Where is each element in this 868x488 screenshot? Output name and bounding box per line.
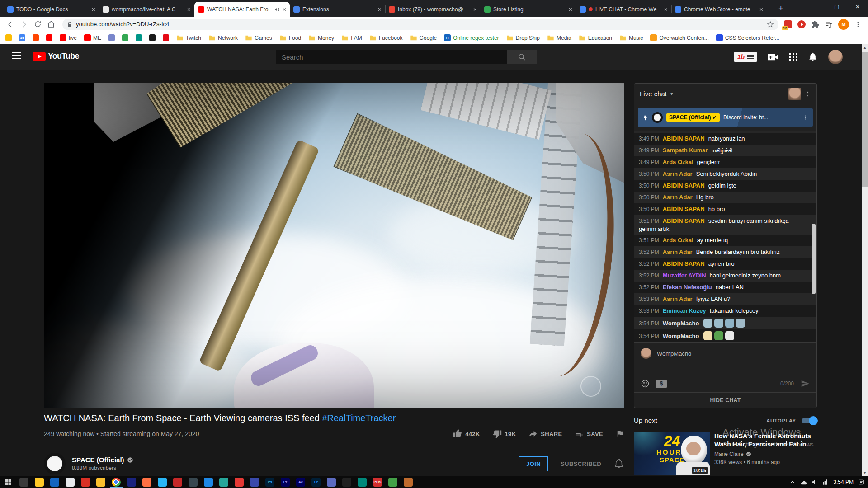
tab-close-icon[interactable]: × [378, 6, 382, 13]
apps-grid-icon[interactable] [789, 53, 797, 61]
message-author[interactable]: Asrın Adar [663, 296, 693, 302]
bookmark-item[interactable] [136, 35, 142, 41]
browser-tab[interactable]: Extensions × [290, 2, 385, 17]
tab-close-icon[interactable]: × [569, 6, 572, 13]
chat-title[interactable]: Live chat [640, 90, 667, 98]
bookmark-item[interactable]: Games [245, 35, 272, 41]
address-bar[interactable]: youtube.com/watch?v=DDU-rZs-Ic4 [62, 19, 778, 30]
window-minimize-button[interactable]: – [806, 0, 826, 14]
message-author[interactable]: Sampath Kumar [663, 147, 708, 154]
chat-message[interactable]: 3:50 PMAsrın AdarHg bro [634, 192, 816, 203]
chat-message[interactable]: 3:52 PMAsrın AdarBende buralardayım bro … [634, 246, 816, 258]
bookmark-item[interactable]: Twitch [176, 35, 201, 41]
taskbar-app-icon[interactable] [112, 478, 121, 487]
taskbar-app-icon[interactable] [204, 478, 213, 487]
taskbar-app-icon[interactable]: Lr [311, 478, 321, 487]
report-button[interactable] [616, 430, 624, 438]
network-icon[interactable] [822, 479, 829, 485]
browser-tab[interactable]: Inbox (79) - wompmacho@ × [385, 2, 481, 17]
new-tab-button[interactable]: + [778, 4, 783, 13]
browser-tab[interactable]: TODO - Google Docs × [4, 2, 99, 17]
taskbar-app-icon[interactable]: Pr [281, 478, 290, 487]
message-author[interactable]: Arda Ozkal [663, 159, 693, 165]
taskbar-app-icon[interactable] [327, 478, 336, 487]
bookmark-item[interactable]: Media [547, 35, 571, 41]
scrollbar-thumb[interactable] [862, 52, 868, 187]
menu-hamburger-icon[interactable] [12, 52, 21, 59]
chat-message[interactable]: 3:49 PMABİDİN SAPANnabıyonuz lan [634, 133, 816, 145]
chat-menu-icon[interactable] [805, 91, 811, 97]
chat-message[interactable]: 3:49 PMSampath Kumarமகிழ்ச்சி [634, 145, 816, 156]
bookmark-item[interactable] [149, 35, 156, 41]
message-author[interactable]: Asrın Adar [663, 170, 693, 177]
video-player[interactable] [44, 83, 624, 408]
channel-name[interactable]: SPACE (Official) [72, 456, 124, 464]
upnext-thumbnail[interactable]: 24 HOURS SPACE 10:05 [634, 432, 710, 475]
channel-bell-icon[interactable] [614, 459, 624, 469]
like-button[interactable]: 442K [453, 429, 480, 438]
taskbar-app-icon[interactable] [66, 478, 75, 487]
scroll-up-icon[interactable]: ▲ [862, 44, 868, 51]
chat-message[interactable]: 3:52 PMMuzaffer AYDINhani gelmediniz zey… [634, 270, 816, 282]
message-author[interactable]: ABİDİN SAPAN [663, 182, 705, 189]
extensions-puzzle-icon[interactable] [811, 20, 819, 28]
taskbar-app-icon[interactable] [173, 478, 182, 487]
bookmark-item[interactable] [163, 35, 169, 41]
search-button[interactable] [507, 50, 537, 64]
playlist-extension-icon[interactable] [825, 20, 833, 28]
send-icon[interactable] [800, 379, 810, 389]
browser-tab[interactable]: Chrome Web Store - emote × [671, 2, 767, 17]
chat-message[interactable]: 3:50 PMABİDİN SAPANgeldim işte [634, 180, 816, 192]
bookmark-item[interactable]: Facebook [369, 35, 403, 41]
taskbar-app-icon[interactable]: POS [373, 478, 382, 487]
chat-message[interactable]: 3:54 PMWompMacho [634, 329, 816, 342]
create-video-icon[interactable] [768, 53, 778, 61]
tab-close-icon[interactable]: × [760, 6, 763, 13]
message-author[interactable]: ABİDİN SAPAN [663, 135, 705, 142]
chrome-menu-icon[interactable] [854, 21, 862, 28]
tab-close-icon[interactable]: × [664, 6, 668, 13]
hashtag-link[interactable]: #RealTimeTracker [322, 413, 396, 423]
channel-avatar[interactable] [44, 453, 66, 474]
pinned-message[interactable]: SPACE (Official) ✓ Discord Invite: ht... [638, 108, 813, 127]
bookmark-item[interactable]: Money [308, 35, 334, 41]
taskbar-app-icon[interactable] [388, 478, 397, 487]
message-author[interactable]: Emincan Kuzey [663, 307, 706, 314]
chat-message[interactable]: 3:51 PMArda Ozkalay merde ıq [634, 235, 816, 246]
dislike-button[interactable]: 19K [493, 429, 516, 438]
bookmark-item[interactable]: CSS Selectors Refer... [716, 34, 779, 41]
chat-message[interactable]: 3:53 PMEmincan Kuzeytakamadi kelepceyi [634, 305, 816, 317]
superchat-dollar-icon[interactable]: $ [656, 380, 667, 388]
bookmark-item[interactable]: Drop Ship [506, 35, 540, 41]
upnext-video[interactable]: 24 HOURS SPACE 10:05 How NASA's Female A… [634, 432, 817, 475]
message-author[interactable]: Asrın Adar [663, 194, 693, 201]
reload-button[interactable] [32, 19, 43, 30]
taskbar-app-icon[interactable] [404, 478, 413, 487]
adblock-extension-icon[interactable]: 12 [784, 20, 792, 28]
tab-audio-icon[interactable] [274, 7, 280, 12]
chat-message[interactable]: 3:52 PMEfekan Nefesoğlunaber LAN [634, 282, 816, 293]
join-button[interactable]: JOIN [519, 456, 548, 471]
chat-message[interactable]: 3:53 PMAsrın Adarİyiyiz LAN u? [634, 293, 816, 305]
account-avatar[interactable] [828, 50, 843, 64]
message-author[interactable]: ABİDİN SAPAN [663, 206, 705, 212]
youtube-logo[interactable]: YouTube [33, 52, 79, 61]
taskbar-app-icon[interactable] [96, 478, 105, 487]
tray-cloud-icon[interactable] [800, 479, 807, 485]
taskbar-app-icon[interactable] [35, 478, 44, 487]
message-author[interactable]: Efekan Nefesoğlu [663, 284, 712, 291]
browser-tab[interactable]: Store Listing × [481, 2, 576, 17]
profile-avatar[interactable]: M [838, 19, 849, 30]
home-button[interactable] [45, 19, 57, 30]
taskbar-app-icon[interactable] [250, 478, 259, 487]
upnext-video-title[interactable]: How NASA's Female Astronauts Wash Hair, … [714, 432, 817, 448]
message-author[interactable]: WompMacho [663, 333, 699, 339]
taskbar-app-icon[interactable] [219, 478, 228, 487]
bookmark-item[interactable]: Overwatch Conten... [650, 34, 708, 41]
taskbar-clock[interactable]: 3:54 PM [833, 479, 854, 485]
forward-button[interactable] [18, 19, 30, 30]
message-author[interactable]: Asrın Adar [663, 249, 693, 255]
taskbar-app-icon[interactable]: Ae [296, 478, 305, 487]
chat-message[interactable]: 3:50 PMAsrın AdarSeni bekliyorduk Abidin [634, 168, 816, 180]
browser-tab[interactable]: wompmacho/live-chat: A C × [99, 2, 194, 17]
